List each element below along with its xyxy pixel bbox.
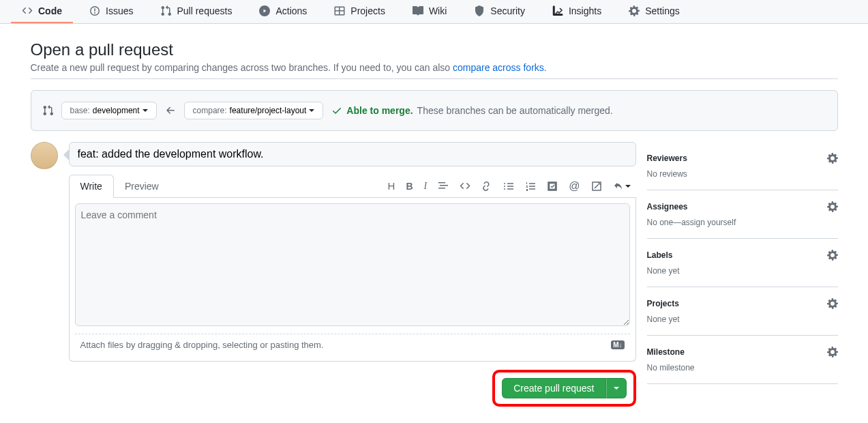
tab-issues[interactable]: Issues xyxy=(78,0,144,23)
projects-title: Projects xyxy=(647,299,679,308)
base-value: development xyxy=(93,106,140,115)
md-toolbar: H B I @ xyxy=(388,180,636,192)
preview-tab[interactable]: Preview xyxy=(114,175,170,197)
ul-icon[interactable] xyxy=(503,181,514,192)
create-pr-button[interactable]: Create pull request xyxy=(502,378,605,398)
tab-projects[interactable]: Projects xyxy=(323,0,396,23)
tab-insights-label: Insights xyxy=(569,5,601,16)
compare-label: compare: xyxy=(193,106,227,115)
labels-title: Labels xyxy=(647,250,673,260)
reviewers-sub: No reviews xyxy=(647,169,838,179)
mention-icon[interactable]: @ xyxy=(569,180,580,192)
tab-actions[interactable]: Actions xyxy=(248,0,318,23)
tab-pull-requests[interactable]: Pull requests xyxy=(149,0,243,23)
compare-icon xyxy=(42,105,53,116)
merge-status: Able to merge. These branches can be aut… xyxy=(331,105,612,116)
quote-icon[interactable] xyxy=(438,181,449,192)
gear-icon[interactable] xyxy=(827,347,838,358)
tab-issues-label: Issues xyxy=(106,5,133,16)
sidebar-reviewers: Reviewers No reviews xyxy=(647,142,838,190)
sidebar-milestone: Milestone No milestone xyxy=(647,336,838,384)
tab-security-label: Security xyxy=(490,5,525,16)
tab-code-label: Code xyxy=(38,5,62,16)
tab-security[interactable]: Security xyxy=(463,0,536,23)
milestone-sub: No milestone xyxy=(647,363,838,373)
avatar-col xyxy=(31,142,58,407)
repo-nav: Code Issues Pull requests Actions Projec… xyxy=(0,0,868,24)
italic-icon[interactable]: I xyxy=(424,181,428,192)
tab-pulls-label: Pull requests xyxy=(177,5,232,16)
assignees-title: Assignees xyxy=(647,202,688,212)
attach-hint[interactable]: Attach files by dragging & dropping, sel… xyxy=(80,340,324,350)
compare-value: feature/project-layout xyxy=(230,106,307,115)
comment-box: Attach files by dragging & dropping, sel… xyxy=(69,198,636,362)
reference-icon[interactable] xyxy=(591,181,602,192)
assignees-sub[interactable]: No one—assign yourself xyxy=(647,218,838,227)
gear-icon[interactable] xyxy=(827,201,838,212)
ol-icon[interactable] xyxy=(525,181,536,192)
create-pr-dropdown[interactable] xyxy=(606,378,627,398)
avatar[interactable] xyxy=(31,142,58,169)
sidebar: Reviewers No reviews Assignees No one—as… xyxy=(647,142,838,407)
tab-insights[interactable]: Insights xyxy=(541,0,612,23)
write-tab[interactable]: Write xyxy=(69,175,114,198)
code-icon[interactable] xyxy=(460,181,470,192)
tab-actions-label: Actions xyxy=(275,5,307,16)
arrow-left-icon xyxy=(165,105,176,116)
tab-wiki[interactable]: Wiki xyxy=(402,0,458,23)
tasklist-icon[interactable] xyxy=(547,181,558,192)
tab-code[interactable]: Code xyxy=(11,0,73,23)
tab-wiki-label: Wiki xyxy=(429,5,447,16)
projects-sub: None yet xyxy=(647,315,838,324)
page-title: Open a pull request xyxy=(31,40,838,59)
caret-icon xyxy=(309,109,314,112)
bold-icon[interactable]: B xyxy=(406,181,413,192)
check-icon xyxy=(331,105,342,116)
link-icon[interactable] xyxy=(481,181,492,192)
sidebar-projects: Projects None yet xyxy=(647,287,838,336)
compare-forks-link[interactable]: compare across forks. xyxy=(453,62,547,73)
tab-settings-label: Settings xyxy=(645,5,680,16)
labels-sub: None yet xyxy=(647,266,838,276)
comment-textarea[interactable] xyxy=(75,203,630,326)
markdown-badge-icon[interactable]: M↓ xyxy=(611,340,624,349)
gear-icon[interactable] xyxy=(827,250,838,261)
page-subhead: Create a new pull request by comparing c… xyxy=(31,62,838,79)
tab-settings[interactable]: Settings xyxy=(618,0,691,23)
reply-icon[interactable] xyxy=(613,181,631,192)
composer: Write Preview H B I xyxy=(69,142,636,407)
sidebar-labels: Labels None yet xyxy=(647,239,838,287)
highlight-annotation: Create pull request xyxy=(492,370,635,407)
base-branch-select[interactable]: base: development xyxy=(61,102,157,119)
comment-tabs: Write Preview H B I xyxy=(69,175,636,198)
gear-icon[interactable] xyxy=(827,298,838,309)
pr-title-input[interactable] xyxy=(69,142,636,166)
merge-ok-text: Able to merge. xyxy=(346,105,413,116)
branch-range-box: base: development compare: feature/proje… xyxy=(31,90,838,131)
sidebar-assignees: Assignees No one—assign yourself xyxy=(647,190,838,239)
compare-branch-select[interactable]: compare: feature/project-layout xyxy=(184,102,324,119)
tab-projects-label: Projects xyxy=(350,5,385,16)
base-label: base: xyxy=(70,106,90,115)
heading-icon[interactable]: H xyxy=(388,180,395,192)
gear-icon[interactable] xyxy=(827,153,838,164)
caret-icon xyxy=(143,109,148,112)
subhead-text: Create a new pull request by comparing c… xyxy=(31,62,453,73)
reviewers-title: Reviewers xyxy=(647,154,687,163)
merge-msg-text: These branches can be automatically merg… xyxy=(417,105,613,116)
milestone-title: Milestone xyxy=(647,347,685,357)
